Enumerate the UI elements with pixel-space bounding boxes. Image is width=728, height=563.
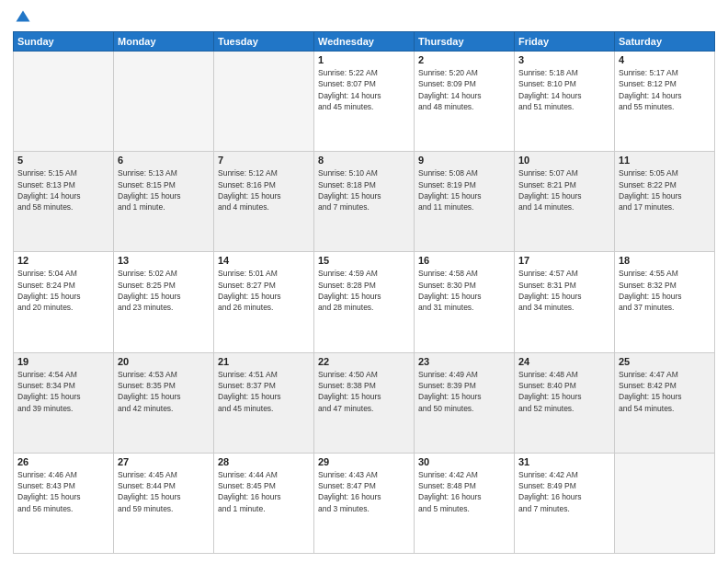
day-number: 23 [418,356,510,367]
calendar-week-row: 12Sunrise: 5:04 AM Sunset: 8:24 PM Dayli… [14,252,715,352]
weekday-header: Tuesday [214,32,314,52]
calendar-week-row: 1Sunrise: 5:22 AM Sunset: 8:07 PM Daylig… [14,52,715,152]
day-number: 13 [118,255,210,266]
day-info: Sunrise: 5:07 AM Sunset: 8:21 PM Dayligh… [518,167,610,213]
day-number: 4 [619,54,711,65]
day-info: Sunrise: 4:59 AM Sunset: 8:28 PM Dayligh… [318,268,410,313]
day-info: Sunrise: 4:58 AM Sunset: 8:30 PM Dayligh… [418,268,510,313]
calendar-cell [214,52,314,152]
calendar-cell: 1Sunrise: 5:22 AM Sunset: 8:07 PM Daylig… [314,52,415,152]
weekday-header: Sunday [14,32,114,52]
day-info: Sunrise: 4:49 AM Sunset: 8:39 PM Dayligh… [418,369,510,414]
day-info: Sunrise: 4:47 AM Sunset: 8:42 PM Dayligh… [619,369,711,414]
day-number: 3 [518,54,610,65]
calendar-cell: 15Sunrise: 4:59 AM Sunset: 8:28 PM Dayli… [314,252,415,352]
day-number: 19 [17,356,109,367]
calendar-week-row: 19Sunrise: 4:54 AM Sunset: 8:34 PM Dayli… [14,352,715,453]
logo [13,9,31,26]
calendar-cell: 20Sunrise: 4:53 AM Sunset: 8:35 PM Dayli… [114,352,214,453]
svg-marker-0 [17,11,30,22]
calendar-cell: 5Sunrise: 5:15 AM Sunset: 8:13 PM Daylig… [14,152,114,252]
day-number: 27 [118,456,210,467]
calendar-cell: 13Sunrise: 5:02 AM Sunset: 8:25 PM Dayli… [114,252,214,352]
day-number: 20 [118,356,210,367]
day-info: Sunrise: 5:04 AM Sunset: 8:24 PM Dayligh… [17,268,109,313]
day-info: Sunrise: 4:42 AM Sunset: 8:49 PM Dayligh… [518,469,610,514]
calendar-cell: 7Sunrise: 5:12 AM Sunset: 8:16 PM Daylig… [214,152,314,252]
day-number: 14 [218,255,310,266]
day-number: 8 [318,155,410,166]
weekday-header: Monday [114,32,214,52]
calendar-cell: 26Sunrise: 4:46 AM Sunset: 8:43 PM Dayli… [14,453,114,553]
day-info: Sunrise: 5:05 AM Sunset: 8:22 PM Dayligh… [619,167,711,213]
day-info: Sunrise: 4:46 AM Sunset: 8:43 PM Dayligh… [17,469,109,514]
calendar-cell: 18Sunrise: 4:55 AM Sunset: 8:32 PM Dayli… [615,252,715,352]
calendar-cell: 21Sunrise: 4:51 AM Sunset: 8:37 PM Dayli… [214,352,314,453]
day-number: 10 [518,155,610,166]
day-info: Sunrise: 5:20 AM Sunset: 8:09 PM Dayligh… [418,67,510,112]
day-info: Sunrise: 5:12 AM Sunset: 8:16 PM Dayligh… [218,167,310,213]
day-info: Sunrise: 4:45 AM Sunset: 8:44 PM Dayligh… [118,469,210,514]
calendar-cell: 11Sunrise: 5:05 AM Sunset: 8:22 PM Dayli… [615,152,715,252]
day-info: Sunrise: 4:53 AM Sunset: 8:35 PM Dayligh… [118,369,210,414]
calendar-cell: 4Sunrise: 5:17 AM Sunset: 8:12 PM Daylig… [615,52,715,152]
calendar-cell: 30Sunrise: 4:42 AM Sunset: 8:48 PM Dayli… [415,453,515,553]
calendar-cell: 25Sunrise: 4:47 AM Sunset: 8:42 PM Dayli… [615,352,715,453]
calendar-week-row: 5Sunrise: 5:15 AM Sunset: 8:13 PM Daylig… [14,152,715,252]
day-number: 25 [619,356,711,367]
day-info: Sunrise: 4:48 AM Sunset: 8:40 PM Dayligh… [518,369,610,414]
calendar-cell: 16Sunrise: 4:58 AM Sunset: 8:30 PM Dayli… [415,252,515,352]
day-info: Sunrise: 4:51 AM Sunset: 8:37 PM Dayligh… [218,369,310,414]
day-info: Sunrise: 4:54 AM Sunset: 8:34 PM Dayligh… [17,369,109,414]
day-info: Sunrise: 5:01 AM Sunset: 8:27 PM Dayligh… [218,268,310,313]
day-info: Sunrise: 5:18 AM Sunset: 8:10 PM Dayligh… [518,67,610,112]
weekday-header: Friday [515,32,615,52]
day-number: 9 [418,155,510,166]
day-info: Sunrise: 4:42 AM Sunset: 8:48 PM Dayligh… [418,469,510,514]
weekday-header: Saturday [615,32,715,52]
calendar-cell: 2Sunrise: 5:20 AM Sunset: 8:09 PM Daylig… [415,52,515,152]
day-number: 2 [418,54,510,65]
day-info: Sunrise: 5:10 AM Sunset: 8:18 PM Dayligh… [318,167,410,213]
page-header [13,9,715,26]
calendar-cell [14,52,114,152]
calendar-cell: 8Sunrise: 5:10 AM Sunset: 8:18 PM Daylig… [314,152,415,252]
calendar-cell: 22Sunrise: 4:50 AM Sunset: 8:38 PM Dayli… [314,352,415,453]
day-number: 5 [17,155,109,166]
calendar-cell: 29Sunrise: 4:43 AM Sunset: 8:47 PM Dayli… [314,453,415,553]
day-number: 30 [418,456,510,467]
calendar-cell: 27Sunrise: 4:45 AM Sunset: 8:44 PM Dayli… [114,453,214,553]
logo-icon [15,9,31,26]
day-number: 11 [619,155,711,166]
day-info: Sunrise: 5:08 AM Sunset: 8:19 PM Dayligh… [418,167,510,213]
calendar-cell: 23Sunrise: 4:49 AM Sunset: 8:39 PM Dayli… [415,352,515,453]
calendar-cell: 31Sunrise: 4:42 AM Sunset: 8:49 PM Dayli… [515,453,615,553]
day-number: 22 [318,356,410,367]
calendar-cell: 28Sunrise: 4:44 AM Sunset: 8:45 PM Dayli… [214,453,314,553]
day-info: Sunrise: 4:50 AM Sunset: 8:38 PM Dayligh… [318,369,410,414]
day-info: Sunrise: 5:15 AM Sunset: 8:13 PM Dayligh… [17,167,109,213]
calendar-cell: 12Sunrise: 5:04 AM Sunset: 8:24 PM Dayli… [14,252,114,352]
day-number: 12 [17,255,109,266]
day-number: 15 [318,255,410,266]
calendar-cell: 24Sunrise: 4:48 AM Sunset: 8:40 PM Dayli… [515,352,615,453]
calendar-cell: 6Sunrise: 5:13 AM Sunset: 8:15 PM Daylig… [114,152,214,252]
calendar-cell: 9Sunrise: 5:08 AM Sunset: 8:19 PM Daylig… [415,152,515,252]
day-number: 28 [218,456,310,467]
calendar-cell: 19Sunrise: 4:54 AM Sunset: 8:34 PM Dayli… [14,352,114,453]
day-number: 21 [218,356,310,367]
weekday-header: Wednesday [314,32,415,52]
day-number: 7 [218,155,310,166]
calendar-header-row: SundayMondayTuesdayWednesdayThursdayFrid… [14,32,715,52]
day-number: 31 [518,456,610,467]
day-info: Sunrise: 5:17 AM Sunset: 8:12 PM Dayligh… [619,67,711,112]
calendar-table: SundayMondayTuesdayWednesdayThursdayFrid… [13,31,715,554]
calendar-cell: 10Sunrise: 5:07 AM Sunset: 8:21 PM Dayli… [515,152,615,252]
calendar-cell: 17Sunrise: 4:57 AM Sunset: 8:31 PM Dayli… [515,252,615,352]
day-info: Sunrise: 5:13 AM Sunset: 8:15 PM Dayligh… [118,167,210,213]
day-info: Sunrise: 5:02 AM Sunset: 8:25 PM Dayligh… [118,268,210,313]
calendar-cell [615,453,715,553]
day-info: Sunrise: 4:55 AM Sunset: 8:32 PM Dayligh… [619,268,711,313]
day-info: Sunrise: 4:44 AM Sunset: 8:45 PM Dayligh… [218,469,310,514]
calendar-cell: 14Sunrise: 5:01 AM Sunset: 8:27 PM Dayli… [214,252,314,352]
